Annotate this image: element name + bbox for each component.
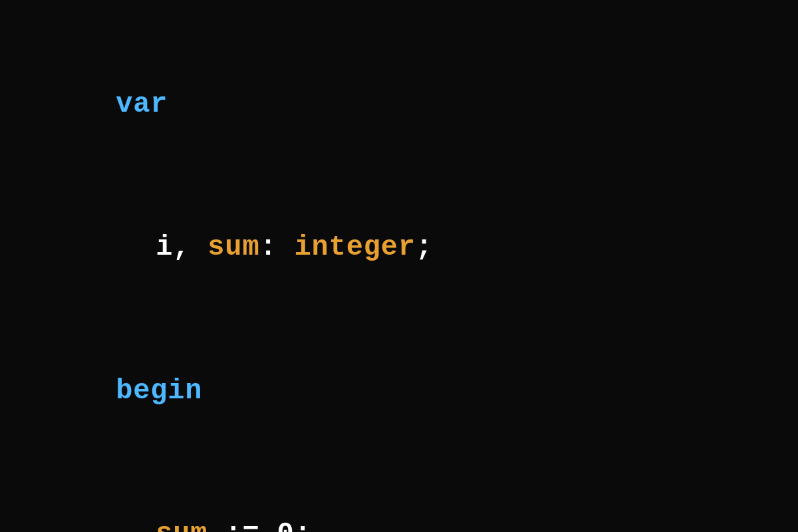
var-i: i, <box>156 231 207 263</box>
blank-line-1 <box>47 170 502 183</box>
colon: : <box>259 231 294 263</box>
line-var: var <box>47 40 502 170</box>
var-sum: sum <box>207 231 259 263</box>
keyword-var: var <box>116 88 168 120</box>
type-integer: integer <box>295 231 416 263</box>
assign-op-1: := <box>207 518 277 532</box>
code-display: var i, sum: integer; begin sum := 0; for… <box>0 0 549 532</box>
sum-assign-lhs: sum <box>156 518 207 532</box>
line-declaration: i, sum: integer; <box>86 183 502 313</box>
blank-line-3 <box>47 456 502 469</box>
line-sum-zero: sum := 0; <box>86 469 502 532</box>
line-begin: begin <box>47 327 502 456</box>
semicolon-1: ; <box>416 231 433 263</box>
semicolon-2: ; <box>295 518 312 532</box>
blank-line-2 <box>47 313 502 327</box>
keyword-begin: begin <box>116 375 202 407</box>
zero-literal: 0 <box>277 518 295 532</box>
